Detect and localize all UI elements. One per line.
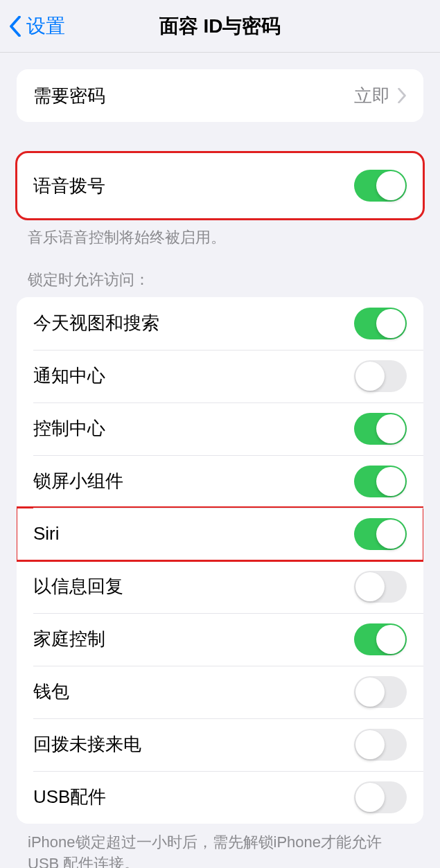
navigation-bar: 设置 面容 ID与密码 (0, 0, 440, 53)
notification-center-label: 通知中心 (33, 364, 105, 388)
wallet-toggle[interactable] (354, 676, 407, 708)
control-center-row: 控制中心 (17, 402, 423, 455)
page-title: 面容 ID与密码 (159, 13, 281, 39)
lock-screen-widgets-label: 锁屏小组件 (33, 469, 123, 493)
home-control-toggle[interactable] (354, 623, 407, 655)
voice-dial-group: 语音拨号 (17, 152, 423, 219)
locked-access-header: 锁定时允许访问： (28, 269, 412, 290)
toggle-knob (376, 520, 405, 549)
toggle-knob (376, 309, 405, 338)
toggle-knob (355, 783, 385, 812)
require-passcode-row[interactable]: 需要密码 立即 (17, 69, 423, 122)
voice-dial-label: 语音拨号 (33, 174, 105, 198)
wallet-row: 钱包 (17, 666, 423, 718)
chevron-right-icon (397, 88, 407, 103)
control-center-toggle[interactable] (354, 413, 407, 445)
lock-screen-widgets-row: 锁屏小组件 (17, 455, 423, 508)
reply-with-message-toggle[interactable] (354, 571, 407, 603)
reply-with-message-label: 以信息回复 (33, 574, 123, 599)
toggle-knob (355, 572, 385, 601)
locked-access-group: 今天视图和搜索 通知中心 控制中心 锁屏小组件 Siri 以信息回复 家庭控制 (17, 297, 423, 824)
back-label: 设置 (26, 13, 65, 39)
lock-screen-widgets-toggle[interactable] (354, 466, 407, 497)
voice-dial-row: 语音拨号 (17, 152, 423, 219)
usb-accessories-row: USB配件 (17, 771, 423, 824)
toggle-knob (355, 677, 385, 707)
home-control-label: 家庭控制 (33, 627, 105, 651)
usb-footer: iPhone锁定超过一小时后，需先解锁iPhone才能允许 USB 配件连接。 (28, 832, 412, 868)
toggle-knob (376, 171, 405, 200)
siri-toggle[interactable] (354, 518, 407, 550)
voice-dial-toggle[interactable] (354, 170, 407, 202)
toggle-knob (376, 414, 405, 443)
toggle-knob (355, 730, 385, 759)
siri-row: Siri (17, 508, 423, 560)
return-missed-calls-label: 回拨未接来电 (33, 732, 141, 756)
toggle-knob (355, 362, 385, 391)
reply-with-message-row: 以信息回复 (17, 560, 423, 613)
return-missed-calls-row: 回拨未接来电 (17, 718, 423, 771)
control-center-label: 控制中心 (33, 416, 105, 441)
today-view-label: 今天视图和搜索 (33, 311, 159, 335)
require-passcode-group: 需要密码 立即 (17, 69, 423, 122)
notification-center-toggle[interactable] (354, 360, 407, 392)
require-passcode-value: 立即 (354, 84, 390, 108)
toggle-knob (376, 467, 405, 496)
usb-accessories-label: USB配件 (33, 785, 106, 809)
return-missed-calls-toggle[interactable] (354, 729, 407, 761)
voice-dial-footer: 音乐语音控制将始终被启用。 (28, 227, 412, 249)
chevron-left-icon (8, 16, 22, 37)
today-view-row: 今天视图和搜索 (17, 297, 423, 350)
back-button[interactable]: 设置 (8, 13, 65, 39)
notification-center-row: 通知中心 (17, 350, 423, 402)
home-control-row: 家庭控制 (17, 613, 423, 666)
usb-accessories-toggle[interactable] (354, 781, 407, 813)
require-passcode-label: 需要密码 (33, 84, 105, 108)
siri-label: Siri (33, 523, 60, 544)
today-view-toggle[interactable] (354, 308, 407, 339)
toggle-knob (376, 625, 405, 654)
wallet-label: 钱包 (33, 680, 69, 704)
